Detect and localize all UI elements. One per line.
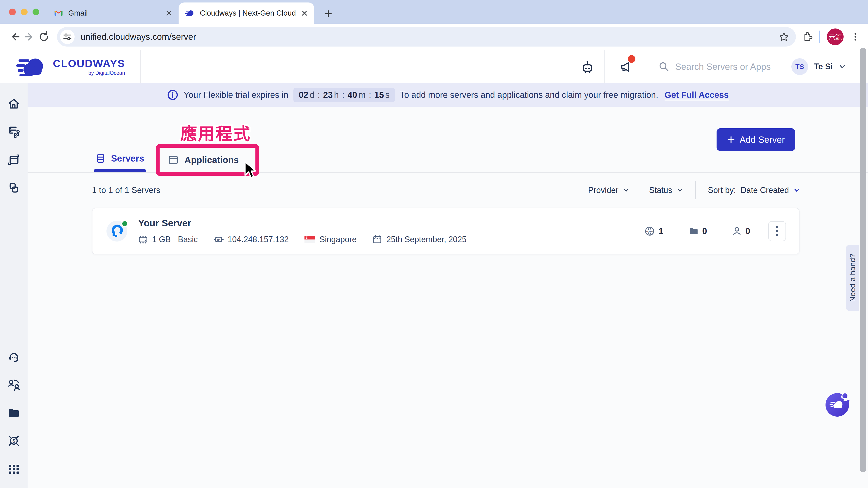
sidebar-item-servers[interactable] bbox=[7, 125, 20, 138]
chevron-down-icon bbox=[677, 187, 683, 193]
add-server-button[interactable]: Add Server bbox=[717, 128, 795, 151]
sidebar-item-projects[interactable] bbox=[7, 406, 20, 419]
mouse-cursor bbox=[243, 160, 257, 181]
sidebar-item-support[interactable] bbox=[7, 350, 20, 363]
user-menu[interactable]: TS Te Si bbox=[780, 50, 868, 83]
gmail-icon bbox=[54, 8, 63, 18]
sidebar-item-apps-grid[interactable] bbox=[7, 462, 20, 475]
url-text[interactable]: unified.cloudways.com/server bbox=[81, 32, 779, 42]
trial-banner: Your Flexible trial expires in 02d : 23h… bbox=[28, 83, 868, 107]
chat-widget-button[interactable] bbox=[825, 392, 851, 418]
ram-icon bbox=[138, 234, 148, 245]
sidebar-item-community[interactable] bbox=[7, 378, 20, 391]
svg-text:IP: IP bbox=[217, 238, 220, 241]
close-tab-icon[interactable] bbox=[301, 10, 308, 17]
server-card[interactable]: Your Server 1 GB - Basic bbox=[92, 208, 800, 254]
minimize-window-button[interactable] bbox=[21, 8, 28, 15]
cloudways-cloud-icon bbox=[13, 53, 49, 80]
global-search[interactable] bbox=[648, 50, 780, 83]
forward-button[interactable] bbox=[22, 30, 37, 44]
trial-text-suffix: To add more servers and applications and… bbox=[400, 90, 658, 100]
get-full-access-link[interactable]: Get Full Access bbox=[664, 90, 729, 100]
robot-icon bbox=[580, 59, 595, 74]
projects-count[interactable]: 0 bbox=[688, 226, 707, 236]
sidebar-item-integrations[interactable] bbox=[7, 181, 20, 194]
kebab-dots-icon bbox=[776, 225, 779, 237]
server-name[interactable]: Your Server bbox=[138, 218, 467, 229]
bookmark-star-icon[interactable] bbox=[779, 32, 789, 42]
tab-applications-label: Applications bbox=[184, 155, 239, 165]
www-globe-icon: www bbox=[644, 226, 655, 236]
tab-servers[interactable]: Servers bbox=[95, 144, 145, 172]
tab-title: Cloudways | Next-Gen Cloud bbox=[200, 9, 296, 18]
singapore-flag-icon bbox=[305, 236, 315, 243]
server-menu-button[interactable] bbox=[768, 221, 786, 241]
reload-button[interactable] bbox=[37, 30, 51, 44]
integrations-icon bbox=[7, 182, 20, 194]
person-icon bbox=[732, 226, 742, 236]
trial-text-prefix: Your Flexible trial expires in bbox=[184, 90, 288, 100]
tabs-divider bbox=[28, 172, 868, 173]
sidebar-item-applications[interactable] bbox=[7, 153, 20, 166]
page-content: 應用程式 Servers Applications bbox=[28, 107, 868, 488]
browser-menu-icon[interactable] bbox=[850, 32, 860, 42]
browser-tab-gmail[interactable]: Gmail bbox=[48, 2, 179, 24]
apps-count[interactable]: www 1 bbox=[644, 226, 663, 236]
browser-tab-cloudways[interactable]: Cloudways | Next-Gen Cloud bbox=[179, 2, 314, 24]
server-created-date: 25th September, 2025 bbox=[372, 234, 466, 245]
chevron-down-icon bbox=[839, 63, 846, 70]
sidebar: $ bbox=[0, 83, 28, 488]
user-name: Te Si bbox=[814, 62, 833, 71]
server-ip: IP 104.248.157.132 bbox=[214, 234, 289, 245]
traffic-lights bbox=[9, 8, 39, 15]
provider-filter[interactable]: Provider bbox=[588, 186, 629, 195]
folder-icon bbox=[7, 406, 20, 419]
address-bar[interactable]: unified.cloudways.com/server bbox=[57, 27, 796, 46]
status-filter[interactable]: Status bbox=[649, 186, 683, 195]
scrollbar-thumb[interactable] bbox=[860, 48, 866, 472]
sidebar-item-home[interactable] bbox=[7, 97, 20, 110]
grid-menu-icon bbox=[7, 462, 20, 475]
server-region: Singapore bbox=[305, 235, 356, 244]
tab-applications[interactable]: Applications bbox=[168, 155, 239, 165]
back-button[interactable] bbox=[8, 30, 22, 44]
zoom-window-button[interactable] bbox=[33, 8, 39, 15]
trial-countdown: 02d : 23h : 40m : 15s bbox=[293, 88, 395, 102]
svg-text:應用程式: 應用程式 bbox=[180, 125, 251, 143]
svg-text:www: www bbox=[646, 230, 653, 233]
cloudways-logo[interactable]: CLOUDWAYS by DigitalOcean bbox=[0, 50, 141, 83]
community-icon bbox=[7, 379, 20, 391]
search-icon bbox=[658, 61, 669, 72]
info-icon bbox=[167, 89, 179, 101]
server-stack-icon bbox=[96, 153, 105, 163]
ip-icon: IP bbox=[214, 234, 223, 245]
ai-assistant-button[interactable] bbox=[571, 50, 604, 83]
browser-profile-avatar[interactable]: 示範 bbox=[827, 29, 844, 45]
calendar-icon bbox=[372, 234, 382, 245]
active-tab-indicator bbox=[94, 169, 146, 172]
browser-tab-bar: Gmail Cloudways | Next-Gen Cloud bbox=[0, 0, 868, 24]
brand-name: CLOUDWAYS bbox=[53, 57, 125, 70]
annotation-text: 應用程式 bbox=[159, 122, 272, 147]
toolbar-divider bbox=[819, 31, 820, 43]
sidebar-item-earnings[interactable]: $ bbox=[7, 434, 20, 447]
need-a-hand-tab[interactable]: Need a hand? bbox=[846, 245, 859, 311]
app-window-icon bbox=[168, 155, 179, 165]
close-window-button[interactable] bbox=[9, 8, 16, 15]
chevron-down-icon bbox=[794, 187, 800, 194]
plus-icon bbox=[727, 135, 735, 144]
search-input[interactable] bbox=[675, 62, 775, 72]
announcements-button[interactable] bbox=[604, 50, 648, 83]
sort-by-dropdown[interactable]: Sort by: Date Created bbox=[708, 186, 800, 195]
svg-text:$: $ bbox=[12, 438, 15, 444]
extensions-puzzle-icon[interactable] bbox=[802, 31, 813, 42]
headset-support-icon bbox=[7, 350, 20, 363]
members-count[interactable]: 0 bbox=[732, 226, 750, 236]
server-plan: 1 GB - Basic bbox=[138, 234, 198, 245]
chevron-down-icon bbox=[623, 187, 629, 193]
new-tab-button[interactable] bbox=[323, 9, 333, 19]
close-tab-icon[interactable] bbox=[165, 10, 172, 17]
filter-divider bbox=[695, 181, 696, 199]
site-settings-icon[interactable] bbox=[60, 30, 74, 44]
home-icon bbox=[7, 97, 20, 110]
